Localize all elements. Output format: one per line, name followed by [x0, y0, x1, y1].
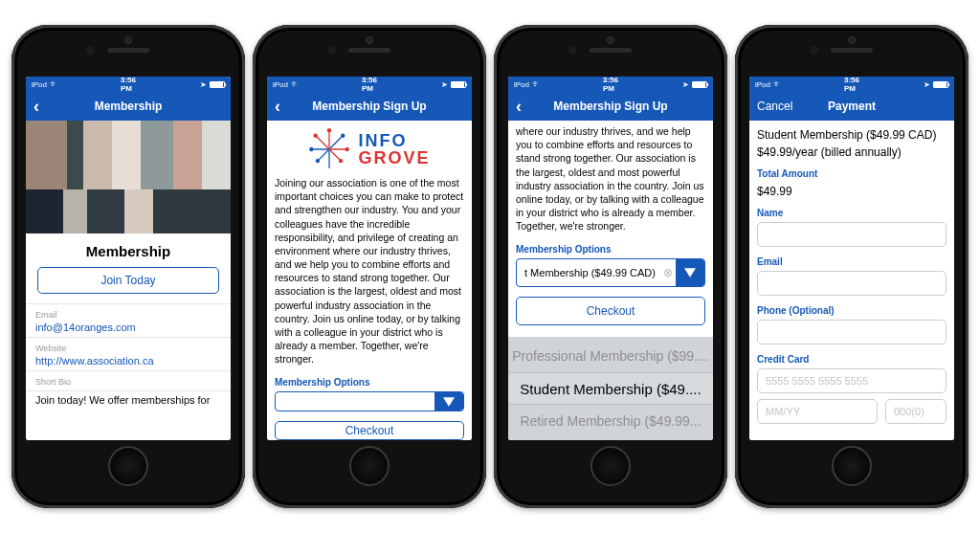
email-link[interactable]: info@14oranges.com	[35, 322, 221, 333]
total-amount-label: Total Amount	[749, 159, 954, 183]
screen-signup-picker: iPodᯤ 3:56 PM ➤ ‹ Membership Sign Up whe…	[508, 77, 713, 440]
clock: 3:56 PM	[121, 77, 136, 93]
svg-point-14	[339, 159, 343, 163]
svg-point-12	[316, 159, 320, 163]
card-cvv-input[interactable]: 000(0)	[885, 399, 947, 424]
email-field: Email info@14oranges.com	[26, 303, 231, 337]
screen-membership: iPodᯤ 3:56 PM ➤ ‹ Membership Membership …	[26, 77, 231, 440]
svg-marker-15	[443, 397, 455, 407]
home-button[interactable]	[349, 446, 390, 486]
name-label: Name	[749, 198, 954, 222]
location-icon: ➤	[682, 80, 689, 89]
screen-payment: iPodᯤ 3:56 PM ➤ Cancel Payment Student M…	[749, 77, 954, 440]
status-bar: iPodᯤ 3:56 PM ➤	[26, 77, 231, 92]
svg-line-11	[319, 149, 329, 160]
home-button[interactable]	[590, 446, 631, 486]
svg-line-13	[329, 149, 340, 160]
page-heading: Membership	[26, 233, 231, 267]
picker-option[interactable]: Professional Membership ($99....	[508, 340, 713, 372]
wifi-icon: ᯤ	[773, 79, 782, 89]
battery-icon	[692, 81, 707, 88]
chevron-down-icon	[434, 392, 463, 410]
clear-icon[interactable]: ⊗	[660, 266, 676, 279]
svg-point-2	[314, 134, 318, 138]
bio-label: Short Bio	[35, 377, 221, 387]
email-input[interactable]	[757, 271, 947, 296]
location-icon: ➤	[441, 80, 448, 89]
picker-wheel[interactable]: Professional Membership ($99.... Student…	[508, 337, 713, 440]
carrier-label: iPod	[273, 80, 288, 89]
phone-frame: iPodᯤ 3:56 PM ➤ ‹ Membership Sign Up whe…	[494, 25, 727, 508]
nav-title: Payment	[828, 100, 876, 113]
nav-bar: Cancel Payment	[749, 92, 954, 121]
bio-field: Short Bio	[26, 370, 231, 391]
clock: 3:56 PM	[362, 77, 377, 93]
nav-bar: ‹ Membership Sign Up	[267, 92, 472, 121]
cancel-button[interactable]: Cancel	[757, 100, 792, 113]
clock: 3:56 PM	[844, 77, 859, 93]
carrier-label: iPod	[514, 80, 529, 89]
membership-select[interactable]: t Membership ($49.99 CAD) ⊗	[516, 258, 705, 287]
hero-image	[26, 121, 231, 233]
picker-option[interactable]: Retired Membership ($49.99...	[508, 405, 713, 437]
battery-icon	[210, 81, 225, 88]
svg-line-3	[329, 137, 342, 149]
clock: 3:56 PM	[603, 77, 618, 93]
card-number-input[interactable]: 5555 5555 5555 5555	[757, 368, 947, 393]
battery-icon	[451, 81, 466, 88]
bio-text: Join today! We offer memberships for	[26, 391, 231, 408]
logo-word1: INFO	[358, 132, 430, 149]
nav-bar: ‹ Membership Sign Up	[508, 92, 713, 121]
back-icon[interactable]: ‹	[516, 98, 522, 115]
total-amount-value: $49.99	[749, 183, 954, 198]
wifi-icon: ᯤ	[291, 79, 300, 89]
billing-line: $49.99/year (billed annually)	[749, 142, 954, 159]
membership-select[interactable]	[275, 391, 464, 411]
card-label: Credit Card	[749, 344, 954, 368]
screen-signup: iPodᯤ 3:56 PM ➤ ‹ Membership Sign Up	[267, 77, 472, 440]
email-label: Email	[35, 310, 221, 320]
logo-word2: GROVE	[358, 149, 430, 167]
checkout-button[interactable]: Checkout	[275, 421, 464, 440]
intro-paragraph: Joining our association is one of the mo…	[267, 176, 472, 366]
phone-frame: iPodᯤ 3:56 PM ➤ Cancel Payment Student M…	[735, 25, 969, 508]
phone-frame: iPodᯤ 3:56 PM ➤ ‹ Membership Sign Up	[253, 25, 486, 508]
website-link[interactable]: http://www.association.ca	[35, 355, 221, 366]
home-button[interactable]	[832, 446, 872, 486]
nav-title: Membership Sign Up	[553, 100, 667, 113]
website-field: Website http://www.association.ca	[26, 337, 231, 370]
carrier-label: iPod	[755, 80, 770, 89]
name-input[interactable]	[757, 222, 947, 247]
wifi-icon: ᯤ	[50, 79, 58, 89]
email-label: Email	[749, 247, 954, 271]
nav-title: Membership Sign Up	[312, 100, 426, 113]
logo: INFO GROVE	[267, 121, 472, 176]
card-expiry-input[interactable]: MM/YY	[757, 399, 878, 424]
checkout-button[interactable]: Checkout	[516, 297, 705, 325]
website-label: Website	[35, 344, 221, 353]
status-bar: iPodᯤ 3:56 PM ➤	[508, 77, 713, 92]
status-bar: iPodᯤ 3:56 PM ➤	[267, 77, 472, 92]
nav-bar: ‹ Membership	[26, 92, 231, 121]
back-icon[interactable]: ‹	[275, 98, 280, 115]
battery-icon	[933, 81, 948, 88]
picker-option-selected[interactable]: Student Membership ($49....	[508, 372, 713, 405]
phone-input[interactable]	[757, 320, 947, 344]
svg-line-1	[317, 137, 329, 149]
nav-title: Membership	[95, 100, 163, 113]
svg-point-6	[310, 147, 314, 151]
svg-point-8	[345, 147, 349, 151]
location-icon: ➤	[200, 80, 207, 89]
select-value: t Membership ($49.99 CAD)	[517, 267, 660, 278]
wifi-icon: ᯤ	[532, 79, 541, 89]
membership-options-label: Membership Options	[508, 233, 713, 258]
location-icon: ➤	[924, 80, 930, 89]
status-bar: iPodᯤ 3:56 PM ➤	[749, 77, 954, 92]
phone-label: Phone (Optional)	[749, 296, 954, 320]
svg-point-4	[342, 134, 345, 138]
join-today-button[interactable]: Join Today	[37, 267, 219, 294]
logo-mark-icon	[308, 128, 350, 170]
home-button[interactable]	[108, 446, 148, 486]
intro-paragraph-continued: where our industry thrives, and we help …	[508, 121, 713, 233]
back-icon[interactable]: ‹	[33, 98, 39, 115]
